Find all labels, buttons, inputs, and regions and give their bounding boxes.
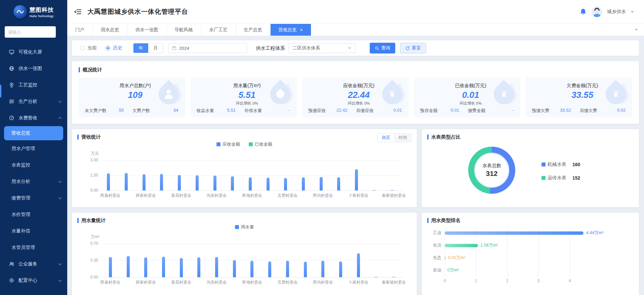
sidebar-item-12[interactable]: 水管员管理 [0,239,67,256]
sidebar-item-0[interactable]: 可视化大屏 [0,44,67,60]
sidebar-item-10[interactable]: 水价管理 [0,206,67,223]
ranking-bar-value: 1.06万m³ [481,243,498,248]
x-tick-label: 薛家村委会 [136,280,156,285]
tab-close-icon[interactable]: × [300,28,303,32]
year-picker[interactable]: 2024 [168,43,247,53]
period-year-button[interactable]: 年 [133,43,148,53]
legend-label: 用水量 [241,224,254,230]
sidebar-item-11[interactable]: 水量补偿 [0,223,67,239]
bar [337,177,340,190]
bar [302,177,305,190]
user-avatar[interactable] [592,6,602,17]
glyph-drop [275,88,286,100]
user-menu-chevron-icon[interactable] [631,11,634,14]
bar [215,257,218,277]
sidebar-item-5[interactable]: 营收总览 [4,126,63,140]
sidebar-item-13[interactable]: 公众服务 [0,256,67,272]
chevron-down-icon [58,262,62,265]
bar-slot [332,244,350,277]
sidebar-item-label: 营收总览 [11,130,30,136]
stat-sub-label: 未欠费户数 [85,108,107,114]
ranking-x-tick: 0 [444,279,446,283]
stat-card-value: 109 [109,90,162,100]
brand-name: 慧图科技 [30,6,54,14]
sidebar-item-8[interactable]: 用水分析 [0,173,67,190]
sidebar-item-3[interactable]: 生产分析 [0,93,67,110]
chevron-down-icon [58,196,62,199]
chevron-down-icon [58,179,62,183]
sidebar-search-input[interactable] [5,26,56,38]
ranking-x-tick: 2 [506,279,509,283]
radio-current[interactable]: 当前 [80,45,97,51]
tab-6[interactable]: 营收总览× [271,24,311,36]
brand-logo-icon [13,5,27,19]
tab-label: 门户 [75,27,84,33]
main-content: 当前 历史 年 月 2024 供水工程体系 二区供水体系 查询 [67,36,644,295]
tab-5[interactable]: 生产总览 [236,24,271,36]
sidebar-item-1[interactable]: 供水一张图 [0,60,67,77]
sidebar-item-6[interactable]: 用水户管理 [0,140,67,157]
year-picker-value: 2024 [179,46,189,51]
stat-sub-label: 预缴欠费 [532,108,549,114]
sidebar-item-4[interactable]: 水费营收 [0,110,67,126]
period-month-button[interactable]: 月 [148,43,163,53]
search-button[interactable]: 查询 [370,43,395,53]
x-tick-label: 沟东村委会 [207,280,227,285]
bar-slot [226,244,243,277]
radio-history[interactable]: 历史 [106,45,122,51]
tab-4[interactable]: 水厂工艺 [201,24,236,36]
sidebar-item-label: 配置中心 [18,278,37,284]
stat-card-main: 用水户总数(户)109 [109,83,162,100]
bar-slot: 卜家村委会 [350,160,367,190]
bar-slot [296,244,314,277]
bar-slot [190,160,208,190]
notification-bell-icon[interactable] [579,8,587,15]
stat-card-title: 用水量(万m³) [221,83,274,89]
bar [109,257,112,277]
toolbar-district-button[interactable]: 政区 [378,134,394,142]
stat-card-4: 欠费金额(万元)33.55¥预缴欠费33.52后缴欠费0.02 [526,78,632,117]
stat-card-title: 已收金额(万元) [444,83,497,89]
legend-swatch [216,142,220,146]
tab-2[interactable]: 供水一张图 [127,24,167,36]
overview-title: 概况统计 [79,67,632,73]
calendar-icon [172,46,176,50]
globe-icon [9,66,14,71]
sidebar-item-9[interactable]: 缴费管理 [0,190,67,206]
donut-legend-item: 机械水表160 [541,161,580,168]
sidebar-item-14[interactable]: 配置中心 [0,272,67,289]
plot-area: 0.700.350.00西秦村委会薛家村委会善花村委会沟东村委会草地村委会五爱村… [102,244,403,277]
period-toggle: 年 月 [133,43,163,53]
stat-sub-label: 后缴欠费 [580,108,597,114]
stat-sub-value: 5.51 [214,108,244,114]
tab-0[interactable]: 门户 [67,24,93,36]
stat-card-value: 33.55 [556,90,609,100]
x-tick-label: 五爱村委会 [277,280,297,285]
stat-sub-pair: 后缴应收0.01 [356,108,404,114]
user-name[interactable]: 城乡供水 [607,9,626,15]
sidebar-item-7[interactable]: 水表监控 [0,157,67,173]
title-accent-bar [427,218,429,223]
radio-current-dot[interactable] [80,46,85,50]
title-accent-bar [77,218,79,223]
bar-slot: 五爱村委会 [279,160,296,190]
donut-center-label: 水表总数 [482,163,501,169]
sidebar-item-label: 公众服务 [18,261,37,267]
sidebar-item-label: 供水一张图 [18,66,42,72]
toolbar-time-button[interactable]: 时间 [394,134,411,142]
yen-watermark-icon: ¥ [380,82,404,106]
tab-3[interactable]: 导航风格 [167,24,201,36]
stat-sub-label: 收益水量 [197,108,214,114]
sidebar-item-2[interactable]: 工艺监控 [0,77,67,93]
stat-sub-pair: 预存金额0.01 [420,108,468,114]
collapse-menu-icon[interactable] [74,8,82,16]
tab-1[interactable]: 用水总览 [93,24,127,36]
page-title: 大禹慧图城乡供水一体化管理平台 [87,7,188,16]
sidebar-scroll-thumb[interactable] [0,85,1,98]
system-select[interactable]: 二区供水体系 [288,43,356,53]
tabs-overflow-chevron-icon[interactable] [635,29,638,32]
reset-button[interactable]: 重置 [400,43,426,53]
tab-label: 供水一张图 [135,27,158,33]
radio-history-dot[interactable] [106,46,110,50]
bar-slot [226,160,243,190]
